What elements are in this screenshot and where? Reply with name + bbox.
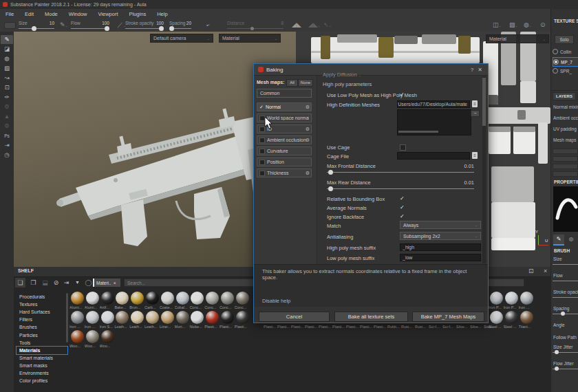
material-thumbnail[interactable] <box>86 311 99 324</box>
material-thumbnail[interactable] <box>206 292 219 305</box>
material-picker-tool[interactable]: ✑ <box>1 93 13 102</box>
gear-icon[interactable]: ⚙ <box>306 171 310 176</box>
material-thumbnail[interactable] <box>101 292 114 305</box>
slider-handle[interactable] <box>169 26 174 31</box>
mesh-map-ambient-occlusion[interactable]: Ambient occlusion⚙ <box>257 135 312 144</box>
remove-mesh-button[interactable]: − <box>471 110 480 117</box>
mesh-map-curvature[interactable]: Curvature <box>257 146 312 155</box>
mesh-map-slot[interactable] <box>553 156 578 162</box>
shelf-category-environments[interactable]: Environments <box>19 369 67 377</box>
material-thumbnail[interactable] <box>146 311 159 324</box>
checkbox-icon[interactable] <box>259 171 265 176</box>
file-browse-icon[interactable]: ≡ <box>472 152 478 159</box>
camera-dropdown[interactable]: Default camera ⌄ <box>150 34 213 43</box>
brush-preset-icon[interactable]: ✎⌄ <box>60 21 68 30</box>
hide-resources-icon[interactable]: ⊘ <box>51 278 61 287</box>
material-thumbnail[interactable] <box>71 330 84 343</box>
slider-handle[interactable] <box>555 367 559 371</box>
shelf-category-materials[interactable]: Materials <box>19 347 67 354</box>
import-resources-icon[interactable]: ⇥ <box>61 278 72 287</box>
history-tool[interactable]: ◷ <box>1 151 13 160</box>
radio-icon[interactable] <box>553 49 558 54</box>
filter-chip-close-icon[interactable]: × <box>114 281 116 285</box>
cage-file-field[interactable] <box>397 152 470 160</box>
material-thumbnail[interactable] <box>236 292 249 305</box>
max-rear-slider[interactable] <box>327 188 474 189</box>
shelf-category-textures[interactable]: Textures <box>19 301 67 308</box>
use-cage-checkbox[interactable] <box>400 144 406 151</box>
polygon-fill-tool[interactable]: ▧ <box>1 64 13 73</box>
material-thumbnail[interactable] <box>191 292 204 305</box>
effects-tool[interactable]: ⚙ <box>1 102 13 111</box>
slider-handle[interactable] <box>250 27 254 30</box>
material-thumbnail[interactable] <box>505 311 518 324</box>
slider-handle[interactable] <box>328 186 333 191</box>
category-scrollbar[interactable] <box>66 293 68 342</box>
slider-track[interactable] <box>227 28 283 29</box>
shelf-category-particles[interactable]: Particles <box>19 331 67 339</box>
brush-param-slider[interactable] <box>553 352 578 353</box>
material-thumbnail[interactable] <box>490 292 503 305</box>
slider-handle[interactable] <box>555 350 559 354</box>
mesh-map-slot[interactable] <box>553 149 578 154</box>
texture-set-mp-7[interactable]: MP_7 <box>553 57 578 67</box>
lazy-mouse-icon[interactable]: ➴⌄ <box>323 21 332 30</box>
checkbox-icon[interactable] <box>259 149 265 154</box>
material-thumbnail[interactable] <box>490 311 503 324</box>
mesh-map-slot[interactable] <box>553 171 578 177</box>
texture-set-collin[interactable]: Collin <box>553 47 578 56</box>
relative-to-bounding-box-checkbox[interactable]: ✓ <box>400 195 405 202</box>
material-thumbnail[interactable] <box>101 311 114 324</box>
select-none-button[interactable]: None <box>298 79 313 87</box>
use-low-poly-checkbox[interactable]: ✓ <box>400 91 405 98</box>
shelf-category-hard-surfaces[interactable]: Hard Surfaces <box>19 308 67 316</box>
gear-icon[interactable]: ⚙ <box>306 138 310 143</box>
material-thumbnail[interactable] <box>176 292 189 305</box>
menu-item-file[interactable]: File <box>0 9 19 19</box>
low-suffix-field[interactable]: _low <box>400 254 481 261</box>
material-thumbnail[interactable] <box>221 311 234 324</box>
shelf-category-smart-masks[interactable]: Smart masks <box>19 362 67 369</box>
eraser-tool[interactable]: ◪ <box>1 45 13 54</box>
shader-dropdown[interactable]: Material ⌄ <box>219 34 281 43</box>
select-all-button[interactable]: All <box>286 79 298 87</box>
average-normals-checkbox[interactable]: ✓ <box>400 204 405 210</box>
filter-chip[interactable]: Materi.. × <box>93 279 120 287</box>
paint-tool[interactable]: ✎ <box>1 35 13 44</box>
3d-cube-icon[interactable]: ▧⌄ <box>509 21 518 30</box>
material-thumbnail[interactable] <box>520 311 533 324</box>
menu-item-plugins[interactable]: Plugins <box>124 9 152 19</box>
smudge-tool[interactable]: ↝ <box>1 74 13 83</box>
material-thumbnail[interactable] <box>191 311 204 324</box>
slider-handle[interactable] <box>328 170 333 175</box>
hdm-path-field[interactable]: C:/Users/edu77/Desktop/Aula/mate <box>397 100 470 108</box>
material-thumbnail[interactable] <box>505 292 518 305</box>
ignore-backface-checkbox[interactable]: ✓ <box>400 213 405 219</box>
mesh-map-slot[interactable] <box>553 164 578 169</box>
bake-mp-7-mesh-maps-button[interactable]: Bake MP_7 Mesh Maps <box>412 312 484 322</box>
gear-icon[interactable]: ⚙ <box>306 127 310 132</box>
dialog-help-button[interactable]: ? <box>471 67 473 73</box>
antialiasing-dropdown[interactable]: Subsampling 2x2⌄ <box>400 232 481 240</box>
bake-all-texture-sets-button[interactable]: Bake all texture sets <box>334 312 408 322</box>
disable-help-link[interactable]: Disable help <box>262 298 290 304</box>
tab-brush-icon[interactable]: ✎ <box>553 235 564 246</box>
material-thumbnail[interactable] <box>131 292 144 305</box>
texture-set-spr[interactable]: SPR_ <box>553 67 578 75</box>
shelf-category-color-profiles[interactable]: Color profiles <box>19 377 67 384</box>
brush-param-slider[interactable] <box>553 281 578 281</box>
radio-icon[interactable] <box>553 59 559 65</box>
shelf-category-procedurals[interactable]: Procedurals <box>19 293 67 301</box>
gear-icon[interactable]: ⚙ <box>306 105 310 110</box>
brush-param-slider[interactable] <box>553 314 578 314</box>
material-thumbnail[interactable] <box>116 292 129 305</box>
slider-track[interactable] <box>71 28 109 29</box>
cancel-button[interactable]: Cancel <box>259 312 330 322</box>
slider-track[interactable] <box>169 28 191 29</box>
save-shelf-icon[interactable]: ⬓ <box>40 278 50 287</box>
tool-options-button[interactable] <box>4 22 16 29</box>
mesh-map-thickness[interactable]: Thickness⚙ <box>257 168 312 177</box>
dialog-close-button[interactable]: ✕ <box>476 67 484 73</box>
slider-track[interactable] <box>19 28 54 29</box>
material-thumbnail[interactable] <box>236 311 249 324</box>
